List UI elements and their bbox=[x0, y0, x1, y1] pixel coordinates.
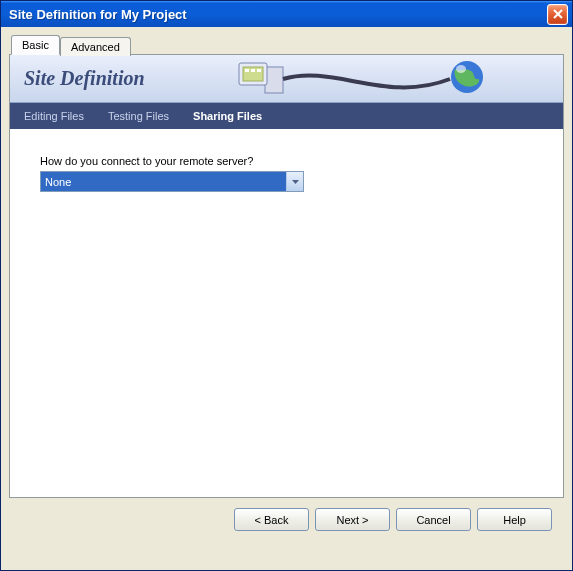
tab-basic[interactable]: Basic bbox=[11, 35, 60, 55]
cancel-button-label: Cancel bbox=[416, 514, 450, 526]
question-label: How do you connect to your remote server… bbox=[40, 155, 533, 167]
svg-rect-5 bbox=[257, 69, 261, 72]
connection-type-select[interactable]: None bbox=[40, 171, 304, 192]
banner: Site Definition bbox=[10, 55, 563, 103]
close-button[interactable] bbox=[547, 4, 568, 25]
tab-basic-label: Basic bbox=[22, 39, 49, 51]
banner-graphic-icon bbox=[235, 59, 515, 99]
back-button[interactable]: < Back bbox=[234, 508, 309, 531]
wizard-steps: Editing Files Testing Files Sharing File… bbox=[10, 103, 563, 129]
chevron-down-icon bbox=[292, 180, 299, 184]
back-button-label: < Back bbox=[255, 514, 289, 526]
banner-title: Site Definition bbox=[24, 67, 145, 90]
window-title: Site Definition for My Project bbox=[9, 7, 547, 22]
next-button-label: Next > bbox=[336, 514, 368, 526]
dropdown-button[interactable] bbox=[286, 172, 303, 191]
dialog-window: Site Definition for My Project Basic Adv… bbox=[0, 0, 573, 571]
next-button[interactable]: Next > bbox=[315, 508, 390, 531]
content-area: How do you connect to your remote server… bbox=[10, 129, 563, 497]
step-editing-files[interactable]: Editing Files bbox=[24, 110, 84, 122]
svg-rect-3 bbox=[245, 69, 249, 72]
tabs-area: Basic Advanced Site Definition bbox=[1, 27, 572, 543]
step-testing-files[interactable]: Testing Files bbox=[108, 110, 169, 122]
help-button-label: Help bbox=[503, 514, 526, 526]
svg-point-7 bbox=[456, 65, 466, 73]
tab-advanced[interactable]: Advanced bbox=[60, 37, 131, 56]
svg-rect-0 bbox=[265, 67, 283, 93]
step-sharing-files[interactable]: Sharing Files bbox=[193, 110, 262, 122]
tab-advanced-label: Advanced bbox=[71, 41, 120, 53]
tab-content: Site Definition E bbox=[9, 54, 564, 498]
tab-row: Basic Advanced bbox=[11, 35, 564, 54]
button-bar: < Back Next > Cancel Help bbox=[9, 498, 564, 543]
close-icon bbox=[553, 9, 563, 19]
help-button[interactable]: Help bbox=[477, 508, 552, 531]
connection-type-value: None bbox=[41, 172, 286, 191]
titlebar: Site Definition for My Project bbox=[1, 1, 572, 27]
cancel-button[interactable]: Cancel bbox=[396, 508, 471, 531]
svg-rect-4 bbox=[251, 69, 255, 72]
